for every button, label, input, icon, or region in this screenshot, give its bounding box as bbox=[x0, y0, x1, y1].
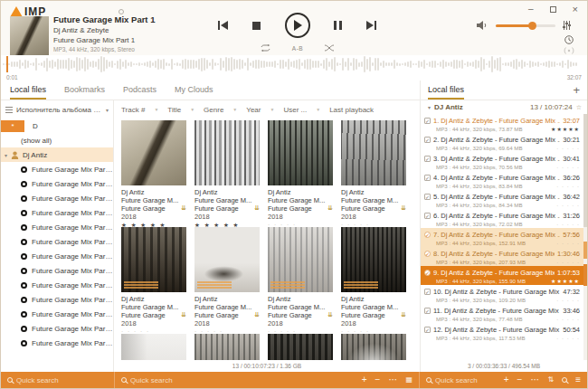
filter-icon[interactable]: ▼ bbox=[270, 107, 274, 112]
album-card[interactable]: Dj Antiz Future Garage M... Future Garag… bbox=[268, 227, 333, 334]
tab[interactable]: Podcasts bbox=[123, 81, 156, 100]
filter-icon[interactable]: ▼ bbox=[190, 107, 194, 112]
item-checkbox[interactable]: ✓ bbox=[424, 270, 431, 276]
card-expander-icon[interactable]: ⇊ bbox=[254, 204, 260, 213]
playlist-menu-button[interactable]: ≡ bbox=[575, 375, 581, 384]
tree-item-album[interactable]: Future Garage Mix Part 6 bbox=[1, 220, 113, 234]
playlist-item[interactable]: ✓ 6. Dj Antiz & Zebyte - Future Garage M… bbox=[421, 209, 587, 228]
tree-item-album[interactable]: Future Garage Mix Part 1 bbox=[1, 162, 113, 176]
playlist-item[interactable]: ✓ 4. Dj Antiz & Zebyte - Future Garage M… bbox=[421, 171, 587, 190]
tree-item-artist[interactable]: ▾ Dj Antiz bbox=[1, 147, 113, 162]
tab[interactable]: Bookmarks bbox=[64, 81, 105, 100]
album-card[interactable]: Dj Antiz Future Garage M... Future Garag… bbox=[268, 334, 333, 360]
album-cover-image[interactable] bbox=[121, 334, 186, 360]
playback-position-cursor[interactable] bbox=[6, 56, 8, 72]
item-checkbox[interactable]: ✓ bbox=[424, 232, 431, 238]
current-letter[interactable]: D bbox=[33, 122, 38, 130]
album-card[interactable]: Dj Antiz Future Garage M... Future Garag… bbox=[121, 227, 186, 334]
previous-button[interactable] bbox=[218, 21, 228, 30]
repeat-icon[interactable] bbox=[261, 44, 270, 52]
item-checkbox[interactable]: ✓ bbox=[424, 308, 431, 314]
letter-badge[interactable]: * bbox=[1, 120, 24, 132]
item-rating[interactable]: · · · · · bbox=[556, 336, 580, 341]
tree-item-album[interactable]: Future Garage Mix Part 13 bbox=[1, 307, 113, 321]
item-rating[interactable]: · · · · · bbox=[556, 260, 580, 265]
equalizer-icon[interactable] bbox=[563, 21, 571, 30]
tab[interactable]: My Clouds bbox=[175, 81, 213, 100]
scrollbar-thumb[interactable] bbox=[583, 114, 587, 227]
column-header[interactable]: Genre ▼ bbox=[204, 106, 246, 114]
item-rating[interactable]: · · · · · bbox=[556, 317, 580, 322]
playlist-item[interactable]: ✓ 3. Dj Antiz & Zebyte - Future Garage M… bbox=[421, 152, 587, 171]
volume-knob[interactable] bbox=[528, 22, 536, 30]
more-options-button[interactable]: ⋯ bbox=[530, 375, 539, 384]
item-checkbox[interactable]: ✓ bbox=[424, 251, 431, 257]
filter-icon[interactable]: ▼ bbox=[154, 107, 158, 112]
item-checkbox[interactable]: ✓ bbox=[424, 137, 431, 143]
column-header[interactable]: User ... ▼ bbox=[283, 106, 329, 114]
quick-search-input[interactable]: Quick search bbox=[130, 376, 173, 384]
tab[interactable]: Local files bbox=[10, 81, 46, 100]
column-header[interactable]: Last playback bbox=[329, 106, 392, 114]
playlist-group-header[interactable]: ▾ DJ Antiz 13 / 10:07:24 ☆ bbox=[421, 100, 587, 114]
playlist-item[interactable]: ✓ 10. Dj Antiz & Zebyte - Future Garage … bbox=[421, 285, 587, 304]
shuffle-icon[interactable] bbox=[325, 44, 334, 52]
item-rating[interactable]: · · · · · bbox=[556, 203, 580, 208]
album-cover-image[interactable] bbox=[194, 120, 260, 185]
card-expander-icon[interactable]: ⇊ bbox=[327, 204, 333, 213]
item-rating[interactable]: · · · · · bbox=[556, 241, 580, 246]
playlist-item[interactable]: ✓ 8. Dj Antiz & Zebyte - Future Garage M… bbox=[421, 247, 587, 266]
tree-item-album[interactable]: Future Garage Mix Part 14 bbox=[1, 321, 113, 336]
minimize-button[interactable]: – bbox=[528, 5, 534, 14]
search-icon[interactable] bbox=[562, 377, 567, 383]
playlist-item[interactable]: ✓ 7. Dj Antiz & Zebyte - Future Garage M… bbox=[421, 228, 587, 247]
playlist-item[interactable]: ✓ 12. Dj Antiz & Zebyte - Future Garage … bbox=[421, 323, 587, 342]
playlist-item[interactable]: ✓ 1. Dj Antiz & Zebyte - Future Garage M… bbox=[421, 114, 587, 133]
close-button[interactable]: × bbox=[573, 5, 578, 14]
tree-item-album[interactable]: Future Garage Mix Part 4 bbox=[1, 205, 113, 220]
album-card[interactable]: Dj Antiz Future Garage M... Future Garag… bbox=[341, 334, 406, 360]
remove-button[interactable]: − bbox=[375, 375, 381, 384]
tree-item-album[interactable]: Future Garage Mix Part 2 bbox=[1, 176, 113, 191]
item-checkbox[interactable]: ✓ bbox=[424, 118, 431, 124]
column-header[interactable]: Year ▼ bbox=[246, 106, 283, 114]
group-collapse-icon[interactable]: ▾ bbox=[428, 104, 431, 110]
card-expander-icon[interactable]: ⇊ bbox=[401, 311, 406, 319]
filter-icon[interactable]: ▼ bbox=[316, 107, 320, 112]
waveform-bars[interactable] bbox=[3, 55, 585, 73]
album-cover-image[interactable] bbox=[341, 120, 406, 185]
album-card[interactable]: Dj Antiz Future Garage M... Future Garag… bbox=[341, 120, 406, 227]
album-cover-image[interactable] bbox=[341, 227, 406, 292]
card-expander-icon[interactable]: ⇊ bbox=[181, 204, 186, 213]
album-cover-image[interactable] bbox=[121, 120, 186, 185]
card-expander-icon[interactable]: ⇊ bbox=[327, 311, 333, 319]
playlist-tab-local-files[interactable]: Local files bbox=[428, 81, 464, 100]
item-checkbox[interactable]: ✓ bbox=[424, 289, 431, 295]
album-card[interactable]: Dj Antiz Future Garage M... Future Garag… bbox=[194, 334, 260, 360]
playlist-item[interactable]: ✓ 9. Dj Antiz & Zebyte - Future Garage M… bbox=[421, 266, 587, 285]
add-playlist-button[interactable]: + bbox=[573, 83, 580, 97]
more-options-button[interactable]: ⋯ bbox=[388, 375, 397, 384]
maximize-button[interactable] bbox=[550, 6, 556, 13]
tree-item-album[interactable]: Future Garage Mix Part 15 bbox=[1, 336, 113, 350]
sort-button[interactable]: ⇅ bbox=[547, 375, 554, 384]
album-cover-image[interactable] bbox=[268, 227, 333, 292]
album-cover-image[interactable] bbox=[121, 227, 186, 292]
add-button[interactable]: + bbox=[362, 375, 367, 384]
remove-button[interactable]: − bbox=[517, 375, 523, 384]
ab-repeat-button[interactable]: A-B bbox=[292, 45, 303, 52]
tree-item-album[interactable]: Future Garage Mix Part 9 bbox=[1, 263, 113, 278]
view-mode-button[interactable]: ▦ bbox=[405, 375, 413, 384]
quick-search-input[interactable]: Quick search bbox=[435, 376, 478, 384]
tree-expander-icon[interactable]: ▾ bbox=[5, 152, 7, 158]
playlist-scrollbar[interactable] bbox=[583, 114, 587, 360]
grouping-selector[interactable]: Исполнитель альбома - ... ▾ bbox=[1, 100, 113, 119]
card-expander-icon[interactable]: ⇊ bbox=[401, 204, 406, 213]
item-rating[interactable]: · · · · · bbox=[556, 222, 580, 227]
item-rating[interactable]: · · · · · bbox=[556, 165, 580, 170]
album-cover-image[interactable] bbox=[194, 334, 260, 360]
volume-slider[interactable] bbox=[496, 24, 555, 27]
tree-item-show-all[interactable]: (show all) bbox=[1, 133, 113, 147]
album-card[interactable]: Dj Antiz Future Garage M... Future Garag… bbox=[194, 227, 260, 334]
album-card[interactable]: Dj Antiz Future Garage M... Future Garag… bbox=[268, 120, 333, 227]
